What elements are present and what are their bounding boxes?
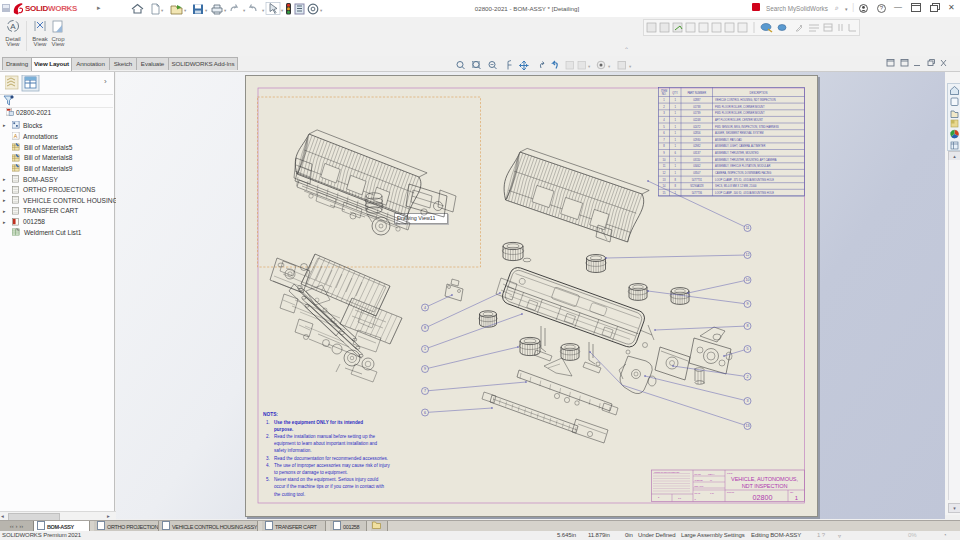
svg-text:REV: REV bbox=[790, 491, 794, 493]
svg-text:ASSEMBLY, PAYLOAD: ASSEMBLY, PAYLOAD bbox=[715, 138, 742, 142]
svg-text:1: 1 bbox=[674, 131, 676, 135]
svg-text:12: 12 bbox=[746, 253, 750, 257]
svg-text:1: 1 bbox=[674, 144, 676, 148]
svg-text:01738: 01738 bbox=[693, 105, 701, 109]
svg-text:AFT FLOOR ROLLER, CENTER MOUNT: AFT FLOOR ROLLER, CENTER MOUNT bbox=[715, 118, 763, 122]
svg-text:1: 1 bbox=[663, 98, 665, 102]
svg-text:9: 9 bbox=[663, 151, 665, 155]
svg-text:13: 13 bbox=[663, 178, 666, 182]
svg-text:DWG NO.: DWG NO. bbox=[727, 491, 735, 493]
svg-text:SCALE: SCALE bbox=[695, 492, 701, 494]
svg-text:01739: 01739 bbox=[693, 111, 701, 115]
svg-text:2: 2 bbox=[658, 496, 660, 498]
svg-text:2: 2 bbox=[747, 375, 749, 379]
svg-text:9: 9 bbox=[424, 367, 426, 371]
svg-text:3: 3 bbox=[747, 399, 749, 403]
svg-text:02800: 02800 bbox=[753, 493, 773, 502]
svg-text:02472: 02472 bbox=[693, 125, 701, 129]
svg-text:5477T31: 5477T31 bbox=[692, 178, 703, 182]
svg-text:LF: LF bbox=[710, 479, 713, 481]
svg-text:4.: 4. bbox=[266, 463, 270, 468]
svg-text:4: 4 bbox=[663, 118, 665, 122]
svg-text:NO.: NO. bbox=[662, 92, 667, 96]
svg-text:5.: 5. bbox=[266, 477, 270, 482]
svg-text:TITLE:: TITLE: bbox=[727, 472, 733, 474]
svg-text:SHCS, M5-0.8 MM X 12 MM, 21000: SHCS, M5-0.8 MM X 12 MM, 21000 bbox=[715, 184, 757, 188]
svg-text:1: 1 bbox=[674, 138, 676, 142]
svg-text:DRAWN: DRAWN bbox=[695, 473, 702, 475]
svg-text:Read the documentation for rec: Read the documentation for recommended a… bbox=[274, 456, 388, 461]
svg-text:5: 5 bbox=[747, 347, 749, 351]
svg-text:9: 9 bbox=[747, 302, 749, 306]
svg-text:1: 1 bbox=[424, 347, 426, 351]
svg-text:02856: 02856 bbox=[693, 131, 701, 135]
svg-text:12: 12 bbox=[663, 171, 666, 175]
svg-text:DESCRIPTION: DESCRIPTION bbox=[750, 91, 768, 95]
svg-text:MB/KH: MB/KH bbox=[708, 473, 715, 475]
svg-text:LOOP CLAMP, .500 ID, .03 DIA M: LOOP CLAMP, .500 ID, .03 DIA MOUNTING HO… bbox=[715, 191, 774, 195]
svg-text:03462: 03462 bbox=[693, 164, 701, 168]
svg-text:14: 14 bbox=[663, 184, 666, 188]
svg-text:CAMERA, INSPECTION, DOWNWARD F: CAMERA, INSPECTION, DOWNWARD FACING bbox=[715, 171, 771, 175]
svg-text:VEHICLE, AUTONOMOUS,: VEHICLE, AUTONOMOUS, bbox=[731, 476, 798, 482]
svg-text:ENG APPR.: ENG APPR. bbox=[695, 485, 705, 487]
svg-text:A: A bbox=[10, 22, 16, 31]
svg-text:NOTS:: NOTS: bbox=[263, 412, 278, 417]
svg-text:1: 1 bbox=[674, 158, 676, 162]
svg-text:QTY.: QTY. bbox=[672, 91, 678, 95]
svg-text:ASSEMBLY, LIGHT, CAMERA, ALTIM: ASSEMBLY, LIGHT, CAMERA, ALTIMETER bbox=[715, 144, 766, 148]
svg-text:1:10: 1:10 bbox=[710, 492, 715, 494]
svg-text:2: 2 bbox=[695, 498, 697, 500]
svg-text:▾: ▾ bbox=[629, 64, 632, 69]
svg-text:6: 6 bbox=[424, 411, 426, 415]
svg-text:ASSEMBLY, THRUSTER, MOUNTED, A: ASSEMBLY, THRUSTER, MOUNTED, AFT CAMERA bbox=[715, 158, 777, 162]
svg-text:?: ? bbox=[880, 5, 884, 11]
svg-text:3: 3 bbox=[663, 111, 665, 115]
svg-text:7: 7 bbox=[663, 138, 665, 142]
svg-text:▾: ▾ bbox=[588, 64, 591, 69]
svg-text:7: 7 bbox=[424, 389, 426, 393]
svg-text:4: 4 bbox=[424, 306, 426, 310]
svg-text:ASSEMBLY, VEHICLE FLOTATION, M: ASSEMBLY, VEHICLE FLOTATION, MODULAR bbox=[715, 164, 770, 168]
svg-text:03507: 03507 bbox=[693, 171, 701, 175]
svg-text:1: 1 bbox=[674, 105, 676, 109]
svg-text:1: 1 bbox=[674, 111, 676, 115]
svg-text:CHECKED: CHECKED bbox=[695, 479, 704, 481]
svg-text:1: 1 bbox=[795, 495, 799, 501]
svg-text:11: 11 bbox=[746, 226, 750, 230]
svg-text:Use the equipment ONLY for its: Use the equipment ONLY for its intended bbox=[274, 420, 363, 425]
svg-text:equipment to learn about impor: equipment to learn about important insta… bbox=[274, 441, 378, 446]
svg-text:02887: 02887 bbox=[693, 98, 701, 102]
svg-text:Never stand on the equipment.: Never stand on the equipment. Serious in… bbox=[274, 477, 379, 482]
svg-text:1: 1 bbox=[674, 98, 676, 102]
svg-text:FWD SENSOR, MKG, INSPECTION, S: FWD SENSOR, MKG, INSPECTION, STBD HARNES… bbox=[715, 125, 779, 129]
svg-text:92290A328: 92290A328 bbox=[690, 184, 704, 188]
svg-text:6: 6 bbox=[663, 131, 665, 135]
svg-text:UNLESS OTHERWISE SPECIFIED: UNLESS OTHERWISE SPECIFIED bbox=[654, 472, 680, 473]
svg-text:LOOP CLAMP, .375 ID, .03 DIA M: LOOP CLAMP, .375 ID, .03 DIA MOUNTING HO… bbox=[715, 178, 774, 182]
svg-text:10: 10 bbox=[746, 278, 750, 282]
svg-text:VEHICLE CONTROL HOUSING, NDT I: VEHICLE CONTROL HOUSING, NDT INSPECTION bbox=[715, 98, 776, 102]
svg-text:8: 8 bbox=[663, 144, 665, 148]
svg-text:the cutting tool.: the cutting tool. bbox=[274, 492, 305, 497]
svg-text:FWD FLOOR ROLLER, CORNER MOUNT: FWD FLOOR ROLLER, CORNER MOUNT bbox=[715, 111, 765, 115]
svg-text:Read the installation manual b: Read the installation manual before sett… bbox=[274, 434, 376, 439]
svg-text:3.: 3. bbox=[266, 456, 270, 461]
svg-text:02248: 02248 bbox=[693, 118, 701, 122]
svg-text:AUGER, SEDIMENT REMOVAL SYSTEM: AUGER, SEDIMENT REMOVAL SYSTEM bbox=[715, 131, 764, 135]
svg-text:safety information.: safety information. bbox=[274, 448, 312, 453]
svg-text:▾: ▾ bbox=[608, 64, 611, 69]
svg-text:10: 10 bbox=[663, 158, 666, 162]
svg-text:purpose.: purpose. bbox=[274, 427, 293, 432]
svg-text:1:8: 1:8 bbox=[678, 497, 682, 499]
svg-text:5477T36: 5477T36 bbox=[692, 191, 703, 195]
svg-text:occur if the machine tips or i: occur if the machine tips or if you come… bbox=[274, 484, 384, 489]
svg-text:1.: 1. bbox=[266, 420, 270, 425]
svg-text:5: 5 bbox=[663, 125, 665, 129]
svg-text:to persons or damage to equipm: to persons or damage to equipment. bbox=[274, 470, 348, 475]
svg-text:The use of improper accessorie: The use of improper accessories may caus… bbox=[274, 463, 391, 468]
svg-text:13: 13 bbox=[746, 424, 750, 428]
svg-text:8: 8 bbox=[424, 326, 426, 330]
svg-text:8: 8 bbox=[747, 324, 749, 328]
svg-text:1: 1 bbox=[674, 171, 676, 175]
